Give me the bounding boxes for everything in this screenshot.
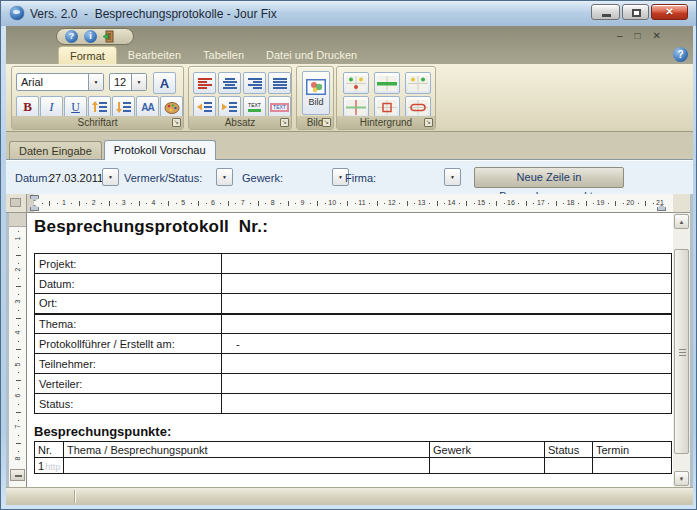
view-tab-daten-eingabe[interactable]: Daten Eingabe [9,141,102,159]
ruler-tick [18,451,19,452]
ribbon-tab-bearbeiten[interactable]: Bearbeiten [117,46,192,64]
linespacing-down-button[interactable] [112,96,135,118]
info-value-cell[interactable] [222,294,672,314]
info-label-cell[interactable]: Verteiler: [35,374,222,394]
points-termin-cell[interactable] [593,458,672,474]
ribbon-tab-tabellen[interactable]: Tabellen [192,46,255,64]
vermerk-dropdown-icon[interactable]: ▼ [216,168,233,186]
font-size-dropdown-icon[interactable]: ▼ [131,74,146,90]
info-label-cell[interactable]: Thema: [35,314,222,334]
minimize-button[interactable] [591,4,620,20]
linespacing-up-button[interactable] [88,96,111,118]
underline-button[interactable]: U [64,96,87,118]
info-label-cell[interactable]: Projekt: [35,254,222,274]
mdi-maximize-button[interactable]: □ [635,30,641,41]
firma-dropdown-icon[interactable]: ▼ [444,168,461,186]
close-button[interactable]: ✕ [651,4,688,20]
dialog-launcher-icon[interactable]: ↘ [424,118,433,127]
help-icon[interactable]: ? [65,30,78,43]
info-label-cell[interactable]: Ort: [35,294,222,314]
align-right-button[interactable] [243,72,266,94]
align-center-button[interactable] [218,72,241,94]
window-controls: ✕ [591,4,688,20]
view-tab-protokoll-vorschau[interactable]: Protokoll Vorschau [104,140,216,160]
ruler-toggle-button[interactable] [10,469,25,481]
info-value-cell[interactable] [222,374,672,394]
exit-icon[interactable] [103,30,116,43]
dialog-launcher-icon[interactable]: ↘ [172,118,181,127]
datum-value[interactable]: 27.03.2011 [49,172,103,184]
points-status-cell[interactable] [545,458,593,474]
bg-cross-lines-button[interactable] [343,96,369,118]
increase-indent-icon [222,101,238,113]
vermerk-label: Vermerk/Status: [124,172,202,184]
ribbon-tab-datei-und-drucken[interactable]: Datei und Drucken [255,46,368,64]
ribbon-tab-format[interactable]: Format [58,46,117,64]
info-value-cell[interactable] [222,254,672,274]
font-color-button[interactable]: A [153,72,176,94]
dialog-launcher-icon[interactable]: ↘ [322,118,331,127]
maximize-button[interactable] [622,4,649,20]
vertical-scrollbar[interactable]: ▲ ▼ [673,213,690,487]
ruler-tick [347,201,348,206]
bg-color-dots-button[interactable] [343,72,369,94]
info-label-cell[interactable]: Protokollführer / Erstellt am: [35,334,222,354]
info-value-cell[interactable] [222,274,672,294]
info-value-cell[interactable] [222,394,672,414]
ruler-tick [18,357,19,358]
align-left-button[interactable] [193,72,216,94]
increase-indent-button[interactable] [218,96,241,118]
info-value-cell[interactable] [222,354,672,374]
insert-image-button[interactable]: Bild [302,71,330,115]
scrollbar-thumb[interactable] [674,249,689,454]
scroll-up-icon[interactable]: ▲ [674,214,689,229]
bold-button[interactable]: B [16,96,39,118]
scroll-down-icon[interactable]: ▼ [674,471,689,486]
info-label-cell[interactable]: Teilnehmer: [35,354,222,374]
text-border-button[interactable]: TEXT [268,96,291,118]
ruler-tick [496,201,497,206]
font-name-dropdown-icon[interactable]: ▼ [88,74,103,90]
horizontal-ruler[interactable]: 123456789101112131415161718192021 [27,194,673,213]
ruler-tick [18,310,19,311]
bg-green-bar-button[interactable] [374,72,400,94]
bg-square-outline-button[interactable] [374,96,400,118]
new-row-button[interactable]: Neue Zeile in Bespechungspunkte [474,167,624,188]
vertical-ruler[interactable]: 12345678 [9,213,27,487]
status-bar-divider [74,490,75,503]
info-icon[interactable]: i [84,30,97,43]
change-case-button[interactable]: AA [136,96,159,118]
bg-ellipse-outline-button[interactable] [405,96,431,118]
format-brush-button[interactable] [160,96,183,118]
ruler-tick [399,203,400,204]
align-justify-button[interactable] [268,72,291,94]
decrease-indent-button[interactable] [193,96,216,118]
ribbon-help-icon[interactable]: ? [673,47,688,62]
group-bild: Bild Bild ↘ [296,66,334,130]
bg-two-dots-button[interactable] [405,72,431,94]
info-value-cell[interactable] [222,314,672,334]
highlight-green-button[interactable]: TEXT [243,96,266,118]
ruler-number: 3 [14,296,21,306]
info-label-cell[interactable]: Datum: [35,274,222,294]
font-size-combo[interactable]: 12 ▼ [109,73,147,91]
datum-dropdown-icon[interactable]: ▼ [102,168,119,186]
font-name-combo[interactable]: Arial ▼ [16,73,104,91]
points-thema-cell[interactable] [64,458,430,474]
info-value-cell[interactable]: - [222,334,672,354]
points-gewerk-cell[interactable] [430,458,545,474]
table-row: 1http [35,458,672,474]
mdi-minimize-button[interactable]: – [617,30,623,41]
ruler-number: 13 [416,199,428,206]
dialog-launcher-icon[interactable]: ↘ [280,118,289,127]
ruler-tick [18,388,19,389]
table-row: Teilnehmer: [35,354,672,374]
points-nr-cell[interactable]: 1http [35,458,64,474]
ruler-tick [586,201,587,206]
ruler-number: 9 [296,199,308,206]
italic-button[interactable]: I [40,96,63,118]
bg-dots-icon [346,76,366,91]
info-label-cell[interactable]: Status: [35,394,222,414]
ruler-tick [16,318,21,319]
mdi-close-button[interactable]: ✕ [653,30,661,41]
